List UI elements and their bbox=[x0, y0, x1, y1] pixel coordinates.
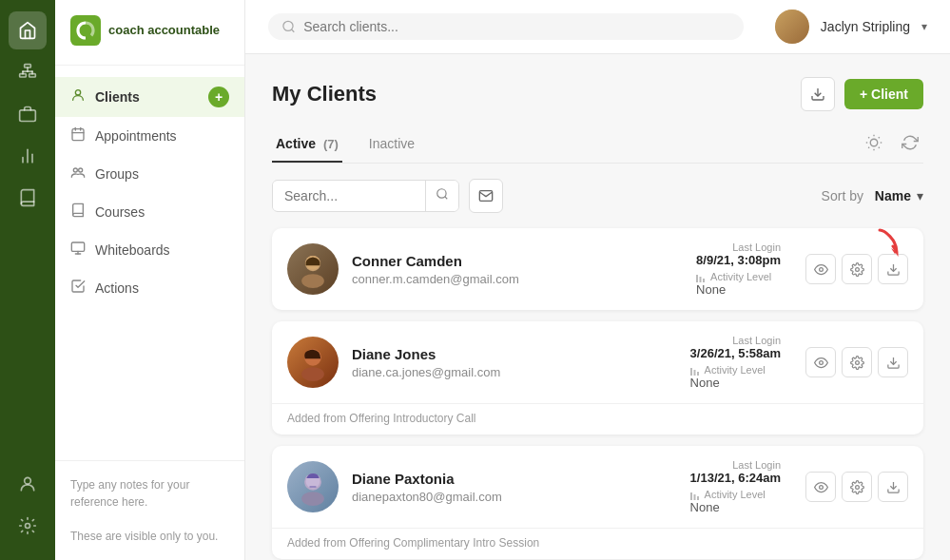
actions-icon bbox=[70, 279, 86, 298]
client-email: dianepaxton80@gmail.com bbox=[352, 490, 677, 504]
svg-point-27 bbox=[870, 139, 878, 146]
chart-icon[interactable] bbox=[9, 137, 47, 175]
appointments-icon bbox=[70, 126, 86, 145]
svg-rect-59 bbox=[309, 486, 316, 487]
sidebar-item-whiteboards[interactable]: Whiteboards bbox=[55, 231, 244, 269]
client-info-diane-paxtonia: Diane Paxtonia dianepaxton80@gmail.com bbox=[352, 471, 677, 504]
hierarchy-icon[interactable] bbox=[9, 53, 47, 91]
whiteboards-label: Whiteboards bbox=[95, 242, 170, 258]
client-stats-diane-jones: Last Login 3/26/21, 5:58am Activity Leve… bbox=[690, 335, 781, 390]
eye-icon bbox=[814, 262, 828, 277]
groups-icon bbox=[70, 164, 86, 183]
sidebar: coach accountable Clients + Appointments bbox=[55, 0, 245, 560]
mail-button[interactable] bbox=[469, 179, 503, 213]
tabs: Active (7) Inactive bbox=[272, 126, 923, 164]
svg-point-57 bbox=[301, 492, 324, 506]
svg-line-35 bbox=[879, 137, 880, 138]
client-search-input[interactable] bbox=[273, 182, 425, 210]
avatar-diane-jones bbox=[287, 337, 339, 388]
sidebar-item-actions[interactable]: Actions bbox=[55, 269, 244, 307]
svg-point-24 bbox=[283, 21, 293, 30]
client-card-footer: Added from Offering Introductory Call bbox=[272, 403, 923, 434]
sidebar-item-appointments[interactable]: Appointments bbox=[55, 117, 244, 155]
sort-chevron-icon: ▾ bbox=[917, 188, 923, 203]
client-info-diane-jones: Diane Jones diane.ca.jones@gmail.com bbox=[352, 346, 677, 379]
svg-line-37 bbox=[445, 197, 448, 200]
svg-line-30 bbox=[868, 137, 869, 138]
bar-chart-icon bbox=[696, 271, 708, 282]
download-client-button[interactable] bbox=[878, 347, 908, 377]
gear-icon[interactable] bbox=[9, 507, 47, 545]
client-name: Diane Jones bbox=[352, 346, 677, 362]
view-client-button[interactable] bbox=[805, 254, 836, 284]
client-search-button[interactable] bbox=[425, 181, 458, 211]
view-client-button[interactable] bbox=[805, 472, 836, 502]
user-menu-chevron-icon[interactable]: ▾ bbox=[921, 20, 927, 33]
topbar-right: Jaclyn Stripling ▾ bbox=[775, 10, 927, 44]
client-name: Conner Camden bbox=[352, 253, 683, 269]
client-stats-diane-paxtonia: Last Login 1/13/21, 6:24am Activity Leve… bbox=[690, 459, 781, 514]
settings-icon bbox=[850, 356, 864, 370]
bar-chart-icon bbox=[690, 364, 702, 376]
page-title: My Clients bbox=[272, 82, 377, 106]
sidebar-item-groups[interactable]: Groups bbox=[55, 155, 244, 193]
settings-client-button[interactable] bbox=[842, 347, 872, 377]
download-client-button[interactable] bbox=[878, 254, 908, 284]
sidebar-item-clients[interactable]: Clients + bbox=[55, 77, 244, 117]
tab-active[interactable]: Active (7) bbox=[272, 126, 342, 163]
settings-client-button[interactable] bbox=[842, 254, 872, 284]
download-icon bbox=[810, 87, 825, 102]
client-search-wrap bbox=[272, 180, 459, 212]
client-actions-diane-jones bbox=[805, 347, 908, 377]
svg-point-64 bbox=[855, 485, 859, 489]
topbar: Jaclyn Stripling ▾ bbox=[245, 0, 950, 54]
client-card-main: Conner Camden conner.m.camden@gmail.com … bbox=[272, 228, 923, 310]
avatar-conner bbox=[287, 243, 339, 295]
global-search-bar[interactable] bbox=[268, 13, 744, 40]
briefcase-icon[interactable] bbox=[9, 95, 47, 133]
user-name: Jaclyn Stripling bbox=[821, 19, 910, 34]
sort-control[interactable]: Sort by Name ▾ bbox=[822, 188, 923, 203]
add-client-icon[interactable]: + bbox=[208, 87, 229, 107]
download-client-button[interactable] bbox=[878, 472, 908, 502]
svg-point-20 bbox=[79, 168, 83, 172]
app-logo: coach accountable bbox=[55, 0, 244, 66]
export-button[interactable] bbox=[801, 77, 835, 111]
svg-rect-15 bbox=[72, 129, 84, 141]
view-client-button[interactable] bbox=[805, 347, 836, 377]
settings-icon bbox=[850, 480, 864, 494]
download-client-icon bbox=[886, 262, 901, 277]
avatar bbox=[775, 10, 809, 44]
bulb-icon[interactable] bbox=[861, 129, 887, 156]
client-email: conner.m.camden@gmail.com bbox=[352, 272, 683, 286]
svg-point-39 bbox=[301, 274, 324, 288]
client-actions-diane-paxtonia bbox=[805, 472, 908, 502]
tab-inactive[interactable]: Inactive bbox=[365, 126, 418, 163]
add-client-button[interactable]: + Client bbox=[844, 79, 923, 109]
avatar-diane-paxtonia bbox=[287, 461, 339, 512]
sidebar-item-courses[interactable]: Courses bbox=[55, 193, 244, 231]
eye-icon bbox=[814, 356, 828, 370]
client-card-footer: Added from Offering Complimentary Intro … bbox=[272, 528, 923, 559]
refresh-icon[interactable] bbox=[897, 129, 923, 156]
groups-label: Groups bbox=[95, 166, 139, 182]
eye-icon bbox=[814, 480, 828, 494]
home-icon[interactable] bbox=[9, 11, 47, 49]
svg-line-34 bbox=[868, 147, 869, 148]
filter-bar: Sort by Name ▾ bbox=[272, 179, 923, 213]
svg-point-11 bbox=[25, 477, 31, 484]
page-header: My Clients + Client bbox=[272, 77, 923, 111]
person-settings-icon[interactable] bbox=[9, 465, 47, 503]
svg-point-12 bbox=[26, 524, 30, 529]
book-icon[interactable] bbox=[9, 179, 47, 217]
actions-label: Actions bbox=[95, 280, 139, 296]
svg-point-63 bbox=[819, 485, 823, 489]
courses-icon bbox=[70, 203, 86, 222]
client-actions-conner bbox=[805, 254, 908, 284]
svg-point-36 bbox=[437, 189, 446, 198]
global-search-input[interactable] bbox=[303, 19, 730, 34]
settings-client-button[interactable] bbox=[842, 472, 872, 502]
sidebar-nav: Clients + Appointments Groups bbox=[55, 66, 244, 460]
svg-point-19 bbox=[73, 168, 77, 172]
tabs-right bbox=[861, 129, 923, 160]
